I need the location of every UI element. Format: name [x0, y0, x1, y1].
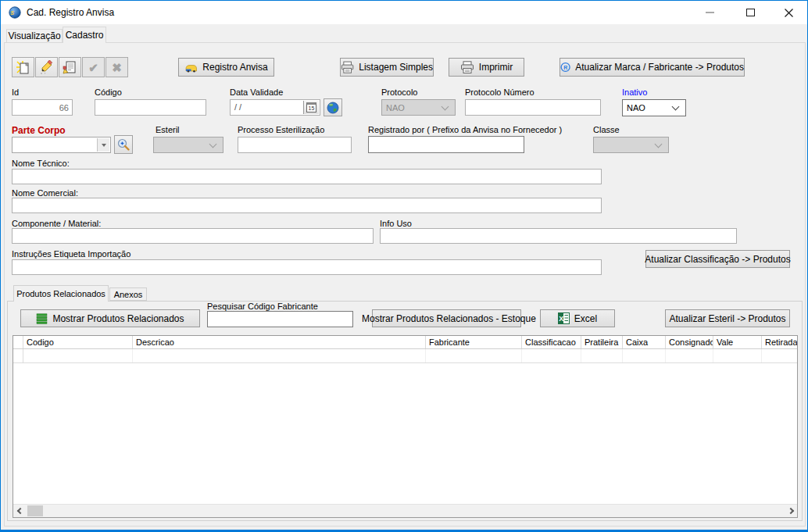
grid-header-vale[interactable]: Vale: [713, 336, 762, 348]
inativo-select[interactable]: NAO: [622, 99, 686, 116]
grid-header-fabricante[interactable]: Fabricante: [426, 336, 522, 348]
grid-empty-row[interactable]: [13, 349, 797, 363]
componente-material-field[interactable]: [12, 228, 374, 244]
tab-produtos-relacionados[interactable]: Produtos Relacionados: [13, 285, 109, 302]
chevron-down-icon: [672, 103, 680, 111]
confirm-button: ✔: [82, 57, 105, 77]
parte-corpo-search-button[interactable]: [114, 135, 133, 154]
chevron-down-icon: [442, 102, 449, 110]
close-button[interactable]: [775, 1, 802, 24]
cancel-button: ✖: [105, 57, 128, 77]
info-uso-label: Info Uso: [380, 219, 412, 228]
magnifier-plus-icon: [116, 137, 130, 152]
copy-record-icon: [63, 60, 77, 75]
edit-record-button[interactable]: [35, 57, 58, 77]
excel-button[interactable]: X Excel: [540, 309, 615, 327]
grid-header-consignado[interactable]: Consignado: [666, 336, 713, 348]
imprimir-label: Imprimir: [479, 62, 513, 73]
atualizar-marca-fabricante-button[interactable]: R Atualizar Marca / Fabricante -> Produt…: [560, 58, 745, 77]
grid-header-pratileira[interactable]: Pratileira: [581, 336, 623, 348]
data-validade-label: Data Validade: [230, 87, 283, 97]
listagem-simples-label: Listagem Simples: [359, 62, 433, 73]
data-validade-field[interactable]: / / 15: [230, 99, 320, 116]
registrado-por-label: Registrado por ( Prefixo da Anvisa no Fo…: [368, 125, 562, 134]
pesquisar-codigo-field[interactable]: [207, 311, 353, 327]
tab-anexos-label: Anexos: [114, 290, 143, 299]
tab-anexos[interactable]: Anexos: [109, 287, 147, 301]
parte-corpo-label: Parte Corpo: [12, 125, 66, 136]
processo-esterilizacao-field[interactable]: [238, 137, 352, 153]
instrucoes-etiqueta-label: Instruções Etiqueta Importação: [12, 249, 130, 259]
protocolo-numero-label: Protocolo Número: [465, 87, 534, 97]
horizontal-scrollbar[interactable]: [13, 504, 797, 517]
scroll-right-button[interactable]: [784, 505, 797, 517]
mostrar-produtos-estoque-label: Mostrar Produtos Relacionados - Estoque: [362, 313, 536, 324]
chevron-left-icon: [16, 508, 23, 514]
mostrar-produtos-button[interactable]: Mostrar Produtos Relacionados: [20, 309, 200, 327]
grid-header-descricao[interactable]: Descricao: [133, 336, 426, 348]
esteril-label: Esteril: [156, 125, 180, 134]
scroll-left-button[interactable]: [13, 505, 27, 517]
classe-label: Classe: [593, 125, 620, 134]
instrucoes-etiqueta-field[interactable]: [12, 259, 602, 275]
componente-material-label: Componente / Material:: [12, 219, 101, 228]
nome-comercial-label: Nome Comercial:: [12, 188, 78, 198]
window: S Cad. Registro Anvisa Visualização Cada…: [0, 0, 808, 532]
grid-row-indicator: [13, 349, 23, 362]
scrollbar-thumb[interactable]: [27, 505, 43, 516]
x-icon: ✖: [112, 62, 122, 73]
mostrar-produtos-estoque-button[interactable]: Mostrar Produtos Relacionados - Estoque: [372, 309, 521, 327]
nome-tecnico-field[interactable]: [12, 169, 602, 184]
nome-comercial-field[interactable]: [12, 198, 602, 213]
close-icon: [784, 8, 794, 18]
edit-record-icon: [39, 60, 54, 75]
listagem-simples-button[interactable]: Listagem Simples: [340, 58, 434, 77]
registro-anvisa-label: Registro Anvisa: [202, 62, 267, 73]
new-record-icon: [16, 60, 30, 75]
parte-corpo-select[interactable]: [12, 137, 111, 153]
window-title: Cad. Registro Anvisa: [27, 7, 114, 18]
new-record-button[interactable]: [12, 57, 34, 77]
info-uso-field[interactable]: [380, 228, 737, 244]
minimize-icon: [706, 12, 714, 13]
grid-header-codigo[interactable]: Codigo: [23, 336, 133, 348]
globe-button[interactable]: [324, 98, 342, 116]
anvisa-car-icon: [184, 62, 198, 73]
tab-cadastro-label: Cadastro: [66, 30, 104, 41]
minimize-button[interactable]: [696, 1, 723, 24]
tab-cadastro[interactable]: Cadastro: [63, 27, 106, 43]
printer-icon: [460, 61, 474, 73]
tab-visualizacao-label: Visualização: [8, 30, 60, 41]
nome-tecnico-label: Nome Técnico:: [12, 159, 70, 168]
registrado-por-field[interactable]: [368, 136, 524, 153]
id-field[interactable]: [12, 99, 73, 116]
protocolo-numero-field[interactable]: [465, 99, 601, 116]
grid-header-retirada[interactable]: Retirada: [762, 336, 797, 348]
check-icon: ✔: [88, 62, 98, 73]
grid-header-caixa[interactable]: Caixa: [623, 336, 666, 348]
dropdown-arrow-icon[interactable]: [97, 138, 109, 152]
atualizar-marca-fabricante-label: Atualizar Marca / Fabricante -> Produtos: [575, 62, 744, 73]
calendar-icon: 15: [306, 102, 316, 112]
chevron-down-icon: [209, 140, 217, 148]
atualizar-classificacao-button[interactable]: Atualizar Classificação -> Produtos: [645, 250, 790, 268]
registered-trademark-icon: R: [560, 61, 570, 73]
excel-icon: X: [558, 312, 570, 324]
grid-indicator-header: [13, 336, 23, 348]
atualizar-esteril-button[interactable]: Atualizar Esteril -> Produtos: [665, 309, 790, 327]
registro-anvisa-button[interactable]: Registro Anvisa: [178, 58, 274, 77]
tab-produtos-relacionados-label: Produtos Relacionados: [16, 289, 105, 298]
imprimir-button[interactable]: Imprimir: [449, 58, 524, 77]
calendar-picker-button[interactable]: 15: [303, 101, 319, 114]
grid-header-classificacao[interactable]: Classificacao: [522, 336, 581, 348]
svg-text:X: X: [559, 315, 563, 323]
copy-record-button[interactable]: [59, 57, 81, 77]
codigo-label: Código: [95, 87, 122, 97]
maximize-icon: [746, 9, 755, 16]
maximize-button[interactable]: [737, 1, 763, 24]
processo-esterilizacao-label: Processo Esterilização: [238, 125, 324, 134]
esteril-select: [153, 137, 223, 153]
products-grid: Codigo Descricao Fabricante Classificaca…: [13, 335, 798, 518]
tab-visualizacao[interactable]: Visualização: [6, 29, 63, 43]
codigo-field[interactable]: [95, 99, 206, 116]
